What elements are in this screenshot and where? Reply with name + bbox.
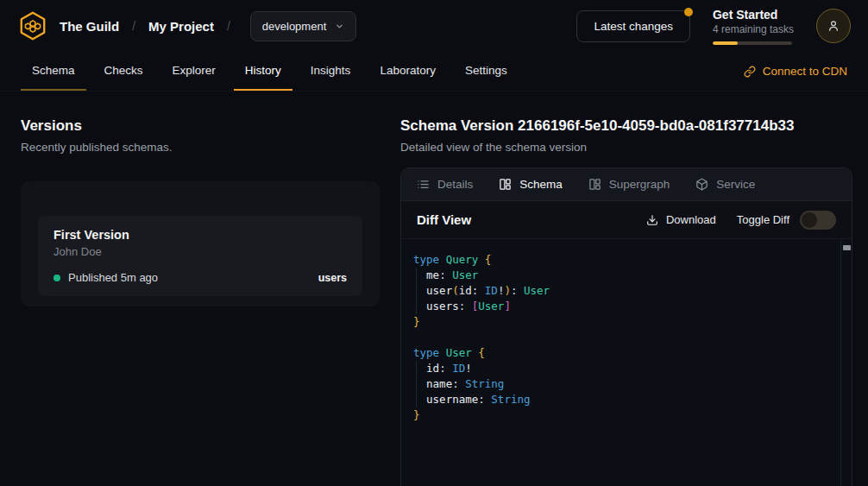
version-list-item[interactable]: First Version John Doe Published 5m ago … xyxy=(38,216,362,296)
user-icon xyxy=(827,19,840,33)
toggle-diff-switch[interactable] xyxy=(800,211,836,230)
target-selector[interactable]: development xyxy=(250,11,356,41)
diff-actions: Download Toggle Diff xyxy=(646,211,836,230)
code-line: type Query { xyxy=(413,252,829,268)
switch-knob xyxy=(802,212,817,228)
tab-insights[interactable]: Insights xyxy=(299,52,362,91)
download-icon xyxy=(646,214,658,226)
link-icon xyxy=(744,66,756,78)
detail-tab-service[interactable]: Service xyxy=(695,178,755,191)
code-line: id: ID! xyxy=(413,361,829,376)
app-window: The Guild / My Project / development Lat… xyxy=(0,0,868,486)
toggle-diff-label: Toggle Diff xyxy=(737,213,789,226)
columns-icon xyxy=(588,178,601,191)
header-actions: Latest changes Get Started 4 remaining t… xyxy=(576,8,851,45)
detail-tab-supergraph[interactable]: Supergraph xyxy=(588,178,670,191)
published-status-dot xyxy=(53,275,60,281)
guild-logo-icon[interactable] xyxy=(17,10,48,41)
detail-tab-schema[interactable]: Schema xyxy=(499,178,563,191)
version-name: First Version xyxy=(53,228,347,242)
tab-laboratory[interactable]: Laboratory xyxy=(368,52,447,91)
project-name[interactable]: My Project xyxy=(148,19,214,34)
connect-to-cdn-link[interactable]: Connect to CDN xyxy=(744,52,847,91)
target-selector-value: development xyxy=(262,20,326,33)
versions-list-card: First Version John Doe Published 5m ago … xyxy=(21,181,380,306)
version-status: Published 5m ago xyxy=(68,271,158,284)
service-badge: users xyxy=(318,272,347,284)
main-content: Versions Recently published schemas. Fir… xyxy=(0,92,868,486)
download-button[interactable]: Download xyxy=(646,213,716,226)
code-line: } xyxy=(413,407,829,423)
versions-subtitle: Recently published schemas. xyxy=(21,141,380,154)
chevron-down-icon xyxy=(335,22,344,31)
breadcrumb: The Guild / My Project / development xyxy=(17,10,356,41)
code-line: me: User xyxy=(413,268,829,283)
code-block: type Query { me: User user(id: ID!): Use… xyxy=(413,252,829,423)
version-detail-panel: Schema Version 2166196f-5e10-4059-bd0a-0… xyxy=(400,92,868,486)
version-detail-card: Details Schema Supergraph xyxy=(400,167,852,486)
code-line: user(id: ID!): User xyxy=(413,283,829,299)
version-author: John Doe xyxy=(53,245,347,258)
version-detail-title: Schema Version 2166196f-5e10-4059-bd0a-0… xyxy=(400,117,852,135)
get-started-progress-bar xyxy=(713,41,792,45)
user-avatar[interactable] xyxy=(816,9,851,43)
code-line: name: String xyxy=(413,376,829,392)
scrollbar-thumb[interactable] xyxy=(843,245,851,250)
detail-tab-details[interactable]: Details xyxy=(417,178,473,191)
get-started-title: Get Started xyxy=(713,8,794,22)
detail-tab-strip: Details Schema Supergraph xyxy=(401,168,852,201)
columns-icon xyxy=(499,178,512,191)
header: The Guild / My Project / development Lat… xyxy=(0,0,868,52)
diff-view-header: Diff View Download Toggle Diff xyxy=(401,201,852,239)
versions-title: Versions xyxy=(21,117,380,135)
tab-settings[interactable]: Settings xyxy=(454,52,519,91)
tab-schema[interactable]: Schema xyxy=(21,52,86,91)
get-started-subtitle: 4 remaining tasks xyxy=(713,23,794,35)
breadcrumb-separator: / xyxy=(225,19,232,33)
tab-explorer[interactable]: Explorer xyxy=(161,52,227,91)
code-scrollbar[interactable] xyxy=(840,239,852,486)
code-line xyxy=(413,330,829,345)
code-line: } xyxy=(413,314,829,330)
list-icon xyxy=(417,178,430,191)
progress-fill xyxy=(713,41,738,45)
code-line: username: String xyxy=(413,392,829,407)
versions-panel: Versions Recently published schemas. Fir… xyxy=(0,92,400,486)
notification-dot xyxy=(684,8,693,16)
code-line: type User { xyxy=(413,345,829,361)
breadcrumb-separator: / xyxy=(130,19,137,33)
tab-history[interactable]: History xyxy=(234,52,292,91)
main-nav: Schema Checks Explorer History Insights … xyxy=(0,52,868,92)
get-started-widget[interactable]: Get Started 4 remaining tasks xyxy=(713,8,794,45)
cube-icon xyxy=(695,178,708,191)
org-name[interactable]: The Guild xyxy=(60,19,119,34)
latest-changes-button[interactable]: Latest changes xyxy=(576,10,690,42)
schema-code-viewer[interactable]: type Query { me: User user(id: ID!): Use… xyxy=(401,239,852,486)
diff-view-title: Diff View xyxy=(417,212,471,227)
code-line: users: [User] xyxy=(413,299,829,314)
version-detail-subtitle: Detailed view of the schema version xyxy=(400,141,852,154)
tab-checks[interactable]: Checks xyxy=(93,52,154,91)
version-meta-row: Published 5m ago users xyxy=(53,271,347,284)
